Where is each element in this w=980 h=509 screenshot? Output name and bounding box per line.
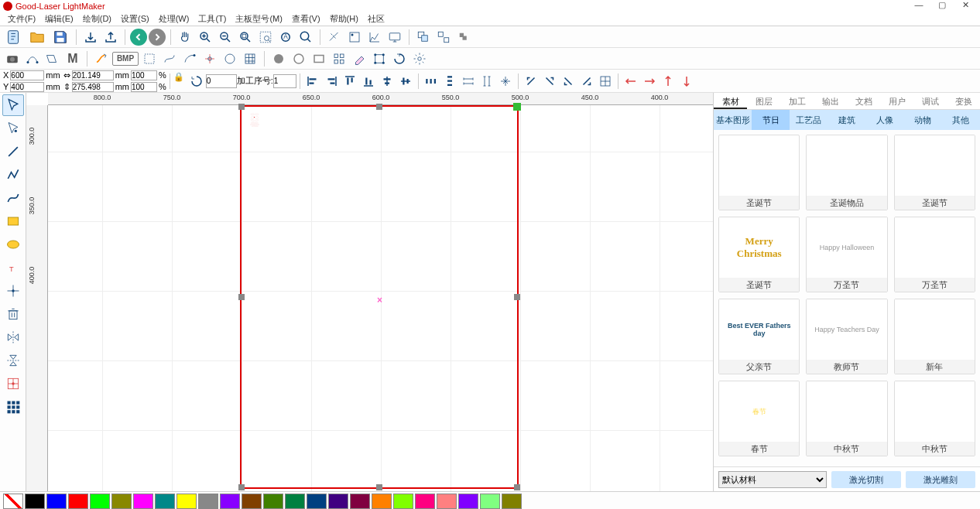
rect-out-button[interactable] — [310, 50, 328, 68]
maximize-button[interactable]: ▢ — [930, 0, 954, 12]
color-swatch[interactable] — [242, 494, 262, 509]
cat-craft[interactable]: 工艺品 — [790, 110, 828, 130]
color-swatch[interactable] — [458, 494, 478, 509]
flip-v-button[interactable] — [640, 72, 659, 91]
color-swatch[interactable] — [155, 494, 175, 509]
x-input[interactable] — [10, 70, 44, 80]
asset-item[interactable]: Merry Christmas圣诞节 — [718, 217, 800, 292]
laser-cut-button[interactable]: 激光切割 — [831, 471, 901, 488]
zoom-select-button[interactable] — [256, 28, 275, 46]
color-swatch[interactable] — [285, 494, 305, 509]
select-tool[interactable] — [2, 94, 24, 116]
align-left-button[interactable] — [303, 72, 322, 91]
menu-draw[interactable]: 绘制(D) — [78, 13, 116, 25]
close-button[interactable]: ✕ — [954, 0, 977, 12]
same-size-button[interactable] — [496, 72, 515, 91]
mirror-v-tool[interactable] — [2, 350, 24, 371]
outline-circle-button[interactable] — [290, 50, 308, 68]
color-swatch[interactable] — [350, 494, 370, 509]
color-swatch[interactable] — [198, 494, 218, 509]
asset-item[interactable]: 圣诞节 — [718, 135, 800, 210]
import-button[interactable] — [81, 28, 100, 46]
tab-assets[interactable]: 素材 — [714, 93, 747, 109]
color-swatch[interactable] — [111, 494, 132, 509]
tab-document[interactable]: 文档 — [847, 93, 880, 109]
align-top-button[interactable] — [341, 72, 359, 91]
edit-node-button[interactable] — [92, 50, 111, 68]
grid-tool[interactable] — [2, 396, 24, 418]
w-input[interactable] — [72, 70, 114, 80]
corner-tr-button[interactable] — [540, 72, 559, 91]
export-button[interactable] — [101, 28, 120, 46]
design-glasses[interactable] — [248, 113, 262, 128]
align-right-button[interactable] — [322, 72, 341, 91]
color-swatch[interactable] — [25, 494, 45, 509]
asset-item[interactable]: 中秋节 — [894, 381, 975, 456]
align-vcenter-button[interactable] — [396, 72, 415, 91]
lock-h-icon[interactable]: ⇕ — [63, 82, 70, 92]
cat-other[interactable]: 其他 — [942, 110, 980, 130]
cat-people[interactable]: 人像 — [866, 110, 904, 130]
zoom-in-button[interactable] — [196, 28, 214, 46]
color-swatch[interactable] — [46, 494, 67, 509]
pan-button[interactable] — [176, 28, 194, 46]
delete-tool[interactable] — [2, 303, 24, 325]
laser-engrave-button[interactable]: 激光雕刻 — [906, 471, 975, 488]
menu-view[interactable]: 查看(V) — [287, 13, 325, 25]
cat-building[interactable]: 建筑 — [828, 110, 865, 130]
same-width-button[interactable] — [459, 72, 478, 91]
distribute-h-button[interactable] — [422, 72, 440, 91]
rotate-button[interactable] — [390, 50, 409, 68]
color-swatch[interactable] — [328, 494, 348, 509]
center-tool[interactable] — [2, 280, 24, 302]
rotation-input[interactable] — [206, 74, 237, 88]
color-swatch[interactable] — [393, 494, 413, 509]
color-swatch[interactable] — [480, 494, 500, 509]
cat-holiday[interactable]: 节日 — [752, 110, 790, 130]
material-select[interactable]: 默认材料 — [718, 471, 827, 488]
color-swatch[interactable] — [133, 494, 153, 509]
zoom-all-button[interactable]: A — [276, 28, 295, 46]
ellipse-tool[interactable] — [2, 234, 24, 255]
table-button[interactable] — [241, 50, 259, 68]
path-tool-button[interactable] — [23, 50, 42, 68]
lock-aspect-button[interactable]: 🔒 — [173, 72, 187, 91]
menu-community[interactable]: 社区 — [363, 13, 389, 25]
zoom-page-button[interactable] — [296, 28, 315, 46]
swatch-none[interactable] — [3, 494, 23, 509]
curve-button[interactable] — [160, 50, 179, 68]
menu-settings[interactable]: 设置(S) — [116, 13, 154, 25]
save-file-button[interactable] — [50, 27, 71, 47]
mirror-h-tool[interactable] — [2, 326, 24, 348]
canvas[interactable]: × — [48, 105, 713, 491]
color-swatch[interactable] — [68, 494, 88, 509]
undo-button[interactable] — [130, 29, 147, 46]
grid-snap-button[interactable] — [596, 72, 615, 91]
array-button[interactable] — [330, 50, 348, 68]
tab-process[interactable]: 加工 — [780, 93, 814, 109]
circle-tool-button[interactable] — [221, 50, 239, 68]
array-tool[interactable] — [2, 373, 24, 395]
lock-w-icon[interactable]: ⇔ — [63, 70, 70, 80]
transform-button[interactable] — [370, 50, 389, 68]
fill-circle-button[interactable] — [269, 50, 288, 68]
polyline-tool[interactable] — [2, 164, 24, 186]
y-input[interactable] — [10, 82, 44, 92]
text-m-button[interactable]: M — [63, 50, 82, 68]
tab-debug[interactable]: 调试 — [913, 93, 947, 109]
h-input[interactable] — [72, 82, 114, 92]
same-height-button[interactable] — [478, 72, 496, 91]
skew-button[interactable] — [43, 50, 62, 68]
menu-board[interactable]: 主板型号(M) — [231, 13, 287, 25]
color-swatch[interactable] — [372, 494, 392, 509]
tab-layers[interactable]: 图层 — [747, 93, 780, 109]
color-swatch[interactable] — [307, 494, 327, 509]
canvas-area[interactable]: 800.0 750.0 700.0 650.0 600.0 550.0 500.… — [26, 93, 713, 491]
zoom-fit-button[interactable] — [236, 28, 255, 46]
seq-input[interactable] — [273, 74, 296, 88]
menu-tools[interactable]: 工具(T) — [194, 13, 231, 25]
menu-file[interactable]: 文件(F) — [3, 13, 40, 25]
tab-user[interactable]: 用户 — [880, 93, 913, 109]
distribute-v-button[interactable] — [440, 72, 459, 91]
open-file-button[interactable] — [26, 27, 48, 47]
